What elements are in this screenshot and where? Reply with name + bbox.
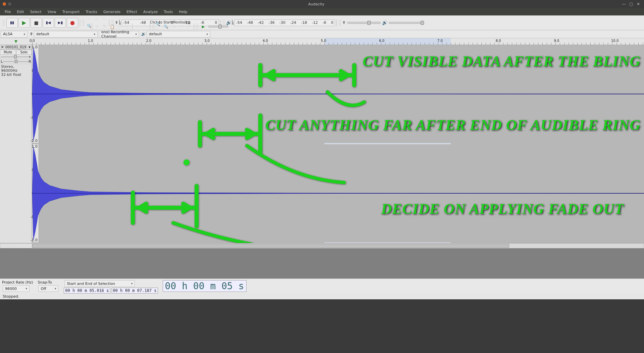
close-button[interactable]: ✕ [637, 2, 641, 6]
undo-icon: ↶ [136, 24, 139, 29]
zoom-in-button[interactable]: 🔍+ [156, 23, 163, 30]
combo-value: default [149, 32, 162, 36]
project-rate-combo[interactable]: 96000 [3, 285, 30, 292]
track-select-button[interactable]: Select [0, 243, 32, 248]
skip-start-button[interactable]: ▮◀ [43, 18, 54, 28]
toolbar-grip[interactable] [339, 19, 341, 26]
zoom-toggle-button[interactable]: ↔ [185, 23, 193, 30]
solo-button[interactable]: Solo [16, 50, 32, 55]
timeline-tick: 8.0 [496, 39, 501, 43]
traffic-light-icon [3, 2, 6, 6]
zoom-out-button[interactable]: 🔍- [163, 23, 170, 30]
toolbar-grip[interactable] [153, 23, 155, 30]
envelope-tool[interactable]: ↔ [93, 16, 100, 23]
pin-icon[interactable]: ▼ [14, 39, 17, 44]
maximize-button[interactable]: ▢ [629, 2, 634, 6]
selection-end-time[interactable]: 00 h 00 m 07.187 s [112, 288, 158, 294]
timeline-tick: 7.0 [437, 39, 443, 43]
track-close-button[interactable]: ✕ [0, 45, 5, 49]
menu-help[interactable]: Help [176, 9, 190, 15]
paste-button[interactable]: 📋 [109, 23, 116, 30]
audio-position-display[interactable]: 00 h 00 m 05 s [163, 280, 247, 292]
timeline-tick: 6.0 [379, 39, 384, 43]
timeline-tick: 9.0 [554, 39, 559, 43]
silence-button[interactable]: ▯ [123, 23, 131, 30]
waveform-channel-right[interactable]: 1.0 0.5 0.0 -0.5 -1.0 [32, 144, 644, 242]
play-speed-slider[interactable] [208, 26, 228, 28]
snap-to-combo[interactable]: Off [38, 285, 58, 292]
waveform-region[interactable]: 1.0 0.5 0.0 -0.5 -1.0 1.0 0.5 0.0 -0.5 -… [32, 45, 644, 243]
toolbar-grip[interactable] [83, 19, 85, 26]
toolbar-separator [150, 23, 150, 30]
menu-generate[interactable]: Generate [101, 9, 123, 15]
horizontal-scrollbar[interactable] [32, 243, 644, 248]
playback-meter[interactable]: -54 -48 -42 -36 -30 -24 -18 -12 -6 0 [234, 19, 335, 26]
combo-value: default [36, 32, 49, 36]
scissors-icon: ✂ [96, 24, 99, 29]
edit-toolbar-row: ALSA 🎙 default ono) Recording Channel 🔊 … [0, 30, 644, 38]
menu-tools[interactable]: Tools [161, 9, 175, 15]
envelope-icon: ↔ [95, 17, 98, 21]
play-at-speed-button[interactable]: ▶ [200, 23, 207, 30]
track-menu-button[interactable]: ▾ [27, 45, 32, 49]
playback-device-combo[interactable]: default [147, 31, 210, 38]
redo-button[interactable]: ↷ [141, 23, 149, 30]
menu-file[interactable]: File [2, 9, 13, 15]
menu-tracks[interactable]: Tracks [83, 9, 100, 15]
recording-volume-slider[interactable] [347, 22, 381, 24]
status-text: Stopped. [3, 294, 19, 299]
empty-track-space[interactable] [0, 248, 644, 279]
track-name[interactable]: 000101_019 [5, 45, 27, 49]
stop-button[interactable]: ■ [31, 18, 42, 28]
fit-selection-button[interactable]: ⇲ [170, 23, 178, 30]
pause-icon: ▮▮ [10, 20, 14, 25]
pan-slider[interactable]: L R [0, 59, 32, 64]
fit-sel-icon: ⇲ [172, 24, 175, 29]
copy-icon: ⧉ [104, 24, 106, 29]
audio-host-combo[interactable]: ALSA [1, 31, 28, 38]
waveform-channel-left[interactable]: 1.0 0.5 0.0 -0.5 -1.0 [32, 45, 644, 143]
meter-tick: 0 [331, 20, 333, 25]
menu-transport[interactable]: Transport [60, 9, 83, 15]
timeline-ruler[interactable]: ▼ 0.01.02.03.04.05.06.07.08.09.010.0 [0, 38, 644, 45]
track-info-format: Stereo, 96000Hz [1, 65, 31, 73]
combo-value: Start and End of Selection [67, 282, 115, 286]
skip-end-icon: ▶▮ [58, 20, 63, 25]
menu-select[interactable]: Select [28, 9, 44, 15]
toolbar-grip[interactable] [91, 23, 93, 30]
combo-value: 96000 [5, 287, 17, 291]
trim-button[interactable]: ⇥⇤ [116, 23, 123, 30]
edit-icons-row: ✂ ⧉ 📋 ⇥⇤ ▯ ↶ ↷ 🔍+ 🔍- ⇲ ⇱ ↔ ▶ [90, 23, 230, 30]
copy-button[interactable]: ⧉ [101, 23, 109, 30]
minimize-button[interactable]: — [622, 2, 627, 6]
draw-tool[interactable]: ✎ [100, 16, 108, 23]
track-control-panel: ✕ 000101_019 ▾ Mute Solo - + L R Stereo,… [0, 45, 32, 243]
play-button[interactable]: ▶ [18, 18, 30, 28]
record-button[interactable]: ● [67, 18, 78, 28]
skip-end-button[interactable]: ▶▮ [55, 18, 66, 28]
gain-slider[interactable]: - + [0, 55, 32, 59]
toolbar-grip[interactable] [3, 19, 5, 26]
selection-tool[interactable]: I [86, 16, 93, 23]
recording-device-combo[interactable]: default [34, 31, 98, 38]
menu-edit[interactable]: Edit [14, 9, 26, 15]
cut-button[interactable]: ✂ [94, 23, 101, 30]
menu-effect[interactable]: Effect [124, 9, 140, 15]
mute-button[interactable]: Mute [0, 50, 16, 55]
menu-analyze[interactable]: Analyze [141, 9, 160, 15]
fit-project-button[interactable]: ⇱ [178, 23, 185, 30]
selection-mode-combo[interactable]: Start and End of Selection [64, 280, 135, 287]
speaker-icon: 🔊 [382, 20, 387, 25]
mic-icon: 🎙 [30, 32, 33, 36]
undo-button[interactable]: ↶ [134, 23, 141, 30]
toolbar-grip[interactable] [197, 23, 199, 30]
menu-view[interactable]: View [45, 9, 59, 15]
fit-proj-icon: ⇱ [180, 24, 183, 29]
selection-start-time[interactable]: 00 h 00 m 05.016 s [64, 288, 110, 294]
paste-icon: 📋 [110, 24, 115, 29]
timeline-selection [324, 38, 451, 45]
playback-volume-slider[interactable] [389, 22, 422, 24]
pause-button[interactable]: ▮▮ [6, 18, 18, 28]
meter-tick: -6 [323, 20, 326, 25]
recording-channels-combo[interactable]: ono) Recording Channel [99, 31, 139, 38]
